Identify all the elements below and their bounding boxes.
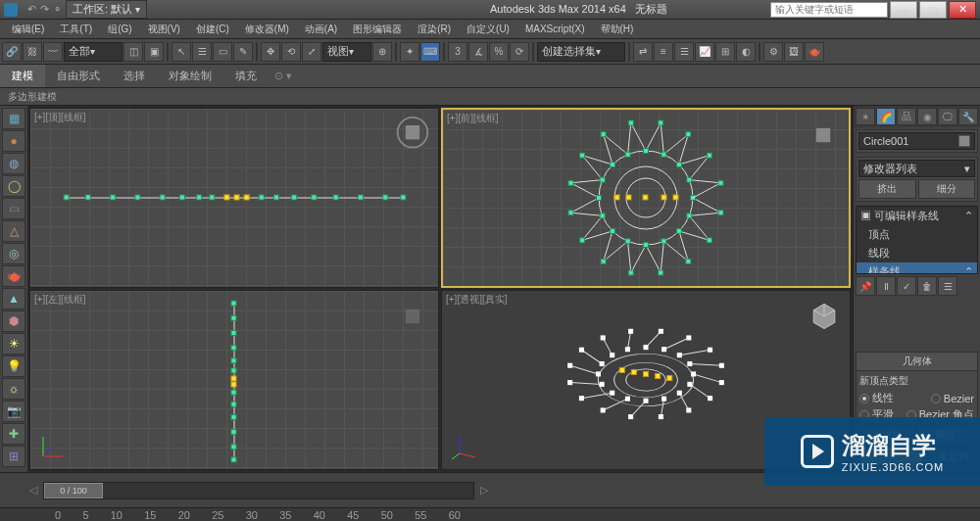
- container-icon[interactable]: ⊞: [2, 446, 25, 467]
- ribbon-objpaint[interactable]: 对象绘制: [157, 65, 223, 87]
- hierarchy-tab-icon[interactable]: 品: [897, 108, 916, 125]
- utilities-tab-icon[interactable]: 🔧: [958, 108, 978, 125]
- pivot-icon[interactable]: ⊕: [372, 42, 392, 62]
- viewport-front-label[interactable]: [+][前][线框]: [447, 112, 499, 125]
- maximize-button[interactable]: □: [919, 1, 947, 19]
- ribbon-freeform[interactable]: 自由形式: [45, 65, 112, 87]
- menu-group[interactable]: 组(G): [100, 21, 139, 38]
- torus-icon[interactable]: ◯: [2, 175, 25, 197]
- light-direct-icon[interactable]: ☼: [2, 378, 25, 400]
- next-key-icon[interactable]: ▷: [478, 484, 490, 497]
- modifier-list-dropdown[interactable]: 修改器列表▾: [858, 160, 975, 177]
- menu-modifiers[interactable]: 修改器(M): [237, 21, 297, 38]
- close-button[interactable]: ✕: [949, 1, 976, 19]
- track-bar[interactable]: 051015202530354045505560: [0, 507, 980, 521]
- geometry-rollout-head[interactable]: 几何体: [857, 353, 977, 371]
- bind-icon[interactable]: 〰: [43, 42, 63, 62]
- viewcube-icon[interactable]: [806, 118, 841, 153]
- menu-rendering[interactable]: 渲染(R): [410, 21, 459, 38]
- camera-icon[interactable]: 📷: [2, 401, 25, 422]
- curve-editor-icon[interactable]: 📈: [695, 42, 714, 62]
- configure-icon[interactable]: ☰: [938, 276, 957, 296]
- schematic-icon[interactable]: ⊞: [715, 42, 735, 62]
- viewcube-icon[interactable]: [807, 299, 842, 334]
- rotate-icon[interactable]: ⟲: [281, 42, 301, 62]
- radio-bezier[interactable]: [931, 394, 941, 403]
- menu-maxscript[interactable]: MAXScript(X): [517, 22, 593, 36]
- stack-root[interactable]: ▣ 可编辑样条线⌃: [857, 207, 977, 225]
- viewport-persp-label[interactable]: [+][透视][真实]: [446, 293, 508, 307]
- menu-animation[interactable]: 动画(A): [297, 21, 345, 38]
- manip-icon[interactable]: ✦: [400, 42, 419, 62]
- link-icon[interactable]: ⚬: [53, 3, 62, 16]
- light-spot-icon[interactable]: 💡: [2, 355, 25, 377]
- crossing-icon[interactable]: ◫: [123, 42, 143, 62]
- box-primitive-icon[interactable]: ▦: [2, 108, 25, 129]
- viewport-left-label[interactable]: [+][左][线框]: [34, 293, 86, 307]
- redo-icon[interactable]: ↷: [40, 3, 49, 16]
- minimize-button[interactable]: —: [890, 1, 917, 19]
- undo-icon[interactable]: ↶: [27, 3, 36, 16]
- viewport-top-label[interactable]: [+][顶][线框]: [34, 111, 86, 124]
- paint-select-icon[interactable]: ✎: [233, 42, 253, 62]
- help-search-input[interactable]: [770, 2, 888, 18]
- percent-snap-icon[interactable]: %: [489, 42, 509, 62]
- menu-views[interactable]: 视图(V): [140, 21, 188, 38]
- menu-grapheditors[interactable]: 图形编辑器: [345, 21, 410, 38]
- keymap-icon[interactable]: ⌨: [420, 42, 440, 62]
- viewport-left[interactable]: [+][左][线框]: [29, 290, 439, 470]
- ribbon-expand-icon[interactable]: ⊙ ▾: [274, 70, 292, 82]
- ribbon-selection[interactable]: 选择: [112, 65, 157, 87]
- spinner-snap-icon[interactable]: ⟳: [510, 42, 529, 62]
- display-tab-icon[interactable]: 🖵: [938, 108, 957, 125]
- unique-icon[interactable]: ✓: [897, 276, 916, 296]
- create-tab-icon[interactable]: ✶: [856, 108, 875, 125]
- menu-tools[interactable]: 工具(T): [52, 21, 100, 38]
- render-frame-icon[interactable]: 🖼: [784, 42, 804, 62]
- teapot-icon[interactable]: 🫖: [2, 265, 25, 287]
- remove-mod-icon[interactable]: 🗑: [917, 276, 937, 296]
- modifier-stack[interactable]: ▣ 可编辑样条线⌃ 顶点 线段 样条线⌃: [856, 206, 978, 274]
- show-end-icon[interactable]: Ⅱ: [876, 276, 896, 296]
- geosphere-icon[interactable]: ⬢: [2, 310, 25, 332]
- unlink-icon[interactable]: ⛓: [23, 42, 42, 62]
- radio-linear[interactable]: [859, 394, 869, 403]
- move-icon[interactable]: ✥: [261, 42, 280, 62]
- app-icon[interactable]: [4, 3, 18, 17]
- viewcube-icon[interactable]: [395, 117, 430, 152]
- menu-create[interactable]: 创建(C): [188, 21, 237, 38]
- time-thumb[interactable]: 0 / 100: [44, 483, 103, 498]
- ribbon-sub[interactable]: 多边形建模: [0, 88, 980, 106]
- render-icon[interactable]: 🫖: [805, 42, 824, 62]
- ribbon-populate[interactable]: 填充: [223, 65, 269, 87]
- scale-icon[interactable]: ⤢: [302, 42, 321, 62]
- prev-key-icon[interactable]: ◁: [27, 484, 39, 497]
- viewcube-icon[interactable]: [395, 299, 430, 334]
- layer-icon[interactable]: ☰: [674, 42, 694, 62]
- pyramid-icon[interactable]: ▲: [2, 288, 25, 309]
- select-name-icon[interactable]: ☰: [192, 42, 212, 62]
- plane-icon[interactable]: ▭: [2, 198, 25, 219]
- ribbon-modeling[interactable]: 建模: [0, 65, 45, 87]
- motion-tab-icon[interactable]: ◉: [917, 108, 937, 125]
- helper-icon[interactable]: ✚: [2, 423, 25, 445]
- object-name-field[interactable]: Circle001: [858, 132, 975, 150]
- mirror-icon[interactable]: ⇄: [633, 42, 653, 62]
- modify-tab-icon[interactable]: 🌈: [876, 108, 896, 125]
- viewport-front[interactable]: [+][前][线框] /* placeholder */: [441, 108, 851, 288]
- workspace-dropdown[interactable]: 工作区: 默认 ▾: [66, 0, 147, 19]
- cylinder-icon[interactable]: ◍: [2, 153, 25, 174]
- align-icon[interactable]: ≡: [654, 42, 673, 62]
- stack-segment[interactable]: 线段: [857, 244, 977, 262]
- menu-edit[interactable]: 编辑(E): [4, 21, 52, 38]
- snap-icon[interactable]: 3: [448, 42, 467, 62]
- subdivide-button[interactable]: 细分: [918, 179, 976, 199]
- sphere-icon[interactable]: ●: [2, 130, 25, 152]
- angle-snap-icon[interactable]: ∡: [468, 42, 488, 62]
- stack-spline[interactable]: 样条线⌃: [857, 262, 977, 274]
- light-omni-icon[interactable]: ☀: [2, 333, 25, 355]
- cone-icon[interactable]: △: [2, 220, 25, 242]
- extrude-button[interactable]: 挤出: [858, 179, 916, 199]
- window-icon[interactable]: ▣: [144, 42, 164, 62]
- select-icon[interactable]: ↖: [172, 42, 191, 62]
